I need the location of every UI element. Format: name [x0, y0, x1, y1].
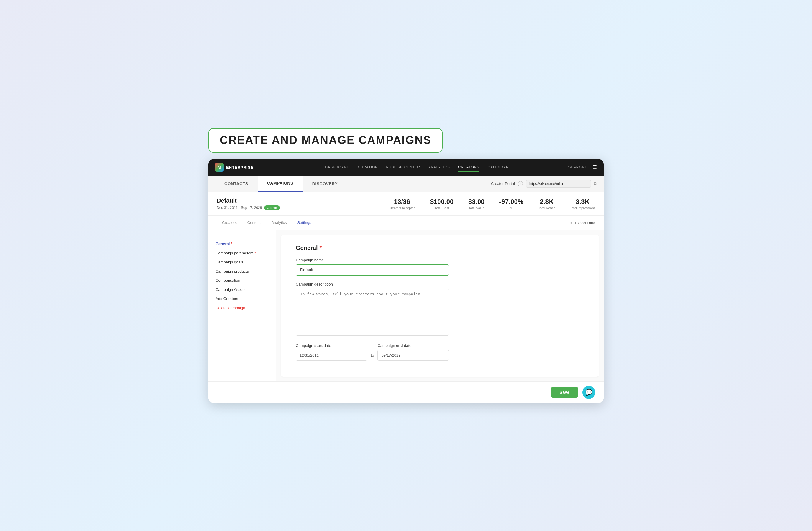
stat-label-total-reach: Total Reach [538, 206, 555, 210]
nav-link-dashboard[interactable]: DASHBOARD [325, 164, 349, 171]
save-btn-area: Save 💬 [208, 382, 604, 403]
sidebar-item-general[interactable]: General * [216, 239, 269, 248]
start-date-input[interactable] [296, 350, 367, 361]
date-group: Campaign start date to Campaign end date [296, 343, 584, 361]
campaign-date-range: Dec 31, 2011 - Sep 17, 2029 [217, 206, 262, 210]
inner-tabs-bar: Creators Content Analytics Settings 🗎 Ex… [208, 216, 604, 230]
campaign-description-group: Campaign description [296, 282, 584, 337]
stat-total-cost: $100.00 Total Cost [430, 198, 454, 210]
stat-value-creators-accepted: 13/36 [389, 198, 416, 206]
section-title-text: General [296, 245, 318, 252]
hamburger-icon[interactable]: ☰ [592, 164, 597, 171]
nav-brand: ENTERPRISE [226, 165, 253, 170]
date-row: Campaign start date to Campaign end date [296, 343, 449, 361]
nav-links: DASHBOARD CURATION PUBLISH CENTER ANALYT… [265, 164, 568, 171]
date-separator: to [371, 347, 374, 358]
stat-value-total-reach: 2.8K [538, 198, 555, 206]
sidebar-item-delete-campaign[interactable]: Delete Campaign [216, 303, 269, 312]
start-date-wrap: Campaign start date [296, 343, 367, 361]
campaign-name-group: Campaign name [296, 258, 584, 275]
end-date-wrap: Campaign end date [377, 343, 449, 361]
tab-content[interactable]: Content [242, 216, 266, 230]
stat-label-roi: ROI [499, 206, 523, 210]
page-title: CREATE AND MANAGE CAMPAIGNS [220, 134, 431, 146]
section-required-star: * [319, 245, 322, 252]
export-data-label: Export Data [575, 221, 595, 225]
campaign-name: Default [217, 197, 280, 204]
top-nav: M ENTERPRISE DASHBOARD CURATION PUBLISH … [208, 159, 604, 175]
nav-support-link[interactable]: SUPPORT [568, 165, 587, 169]
creator-portal-area: Creator Portal ? ⧉ [491, 180, 597, 188]
sidebar-item-compensation[interactable]: Compensation [216, 276, 269, 285]
campaign-dates: Dec 31, 2011 - Sep 17, 2029 Active [217, 205, 280, 210]
stat-total-value: $3.00 Total Value [468, 198, 484, 210]
settings-sidebar: General * Campaign parameters * Campaign… [208, 230, 276, 382]
logo-icon: M [215, 163, 224, 172]
campaign-name-label: Campaign name [296, 258, 584, 262]
export-icon: 🗎 [569, 221, 573, 225]
stat-label-total-cost: Total Cost [430, 206, 454, 210]
copy-icon[interactable]: ⧉ [594, 181, 597, 186]
campaign-name-input[interactable] [296, 264, 449, 275]
stat-label-creators-accepted: Creators Accepted [389, 206, 416, 210]
stat-label-total-impressions: Total Impressions [570, 206, 595, 210]
campaign-stats: 13/36 Creators Accepted $100.00 Total Co… [389, 198, 595, 210]
main-content: General * Campaign parameters * Campaign… [208, 230, 604, 382]
tab-contacts[interactable]: CONTACTS [215, 175, 258, 192]
form-area: General * Campaign name Campaign descrip… [281, 235, 599, 377]
campaign-header: Default Dec 31, 2011 - Sep 17, 2029 Acti… [208, 192, 604, 216]
form-section-title: General * [296, 245, 584, 252]
sidebar-item-add-creators[interactable]: Add Creators [216, 294, 269, 303]
tab-campaigns[interactable]: CAMPAIGNS [258, 175, 303, 192]
stat-value-total-value: $3.00 [468, 198, 484, 206]
tab-discovery[interactable]: DISCOVERY [303, 175, 347, 192]
nav-right: SUPPORT ☰ [568, 164, 597, 171]
sub-tabs-bar: CONTACTS CAMPAIGNS DISCOVERY Creator Por… [208, 175, 604, 192]
required-star-params: * [255, 251, 256, 255]
stat-roi: -97.00% ROI [499, 198, 523, 210]
chat-icon: 💬 [585, 389, 593, 396]
stat-value-total-cost: $100.00 [430, 198, 454, 206]
sidebar-item-campaign-parameters[interactable]: Campaign parameters * [216, 248, 269, 258]
stat-value-roi: -97.00% [499, 198, 523, 206]
nav-logo: M ENTERPRISE [215, 163, 253, 172]
stat-label-total-value: Total Value [468, 206, 484, 210]
save-button[interactable]: Save [551, 387, 578, 398]
tab-settings[interactable]: Settings [292, 216, 316, 230]
nav-link-analytics[interactable]: ANALYTICS [429, 164, 450, 171]
chat-button[interactable]: 💬 [582, 386, 595, 399]
tab-analytics[interactable]: Analytics [266, 216, 292, 230]
stat-total-impressions: 3.3K Total Impressions [570, 198, 595, 210]
stat-creators-accepted: 13/36 Creators Accepted [389, 198, 416, 210]
nav-link-creators[interactable]: CREATORS [458, 164, 479, 171]
nav-link-publish-center[interactable]: PUBLISH CENTER [386, 164, 420, 171]
app-window: M ENTERPRISE DASHBOARD CURATION PUBLISH … [208, 159, 604, 403]
campaign-description-label: Campaign description [296, 282, 584, 286]
end-date-input[interactable] [377, 350, 449, 361]
status-badge: Active [264, 205, 280, 210]
inner-tabs: Creators Content Analytics Settings [217, 216, 316, 230]
page-title-box: CREATE AND MANAGE CAMPAIGNS [208, 128, 443, 153]
campaign-description-textarea[interactable] [296, 288, 449, 336]
stat-total-reach: 2.8K Total Reach [538, 198, 555, 210]
sidebar-item-campaign-assets[interactable]: Campaign Assets [216, 285, 269, 294]
creator-portal-url-input[interactable] [526, 180, 591, 188]
end-date-label: Campaign end date [377, 343, 449, 348]
stat-value-total-impressions: 3.3K [570, 198, 595, 206]
sub-tabs: CONTACTS CAMPAIGNS DISCOVERY [215, 175, 347, 192]
sidebar-item-campaign-products[interactable]: Campaign products [216, 267, 269, 276]
campaign-info: Default Dec 31, 2011 - Sep 17, 2029 Acti… [217, 197, 280, 210]
creator-portal-label: Creator Portal [491, 182, 515, 186]
nav-link-calendar[interactable]: CALENDAR [488, 164, 509, 171]
start-date-label: Campaign start date [296, 343, 367, 348]
nav-link-curation[interactable]: CURATION [358, 164, 378, 171]
help-icon[interactable]: ? [518, 181, 523, 186]
tab-creators[interactable]: Creators [217, 216, 242, 230]
export-data-button[interactable]: 🗎 Export Data [569, 221, 595, 225]
sidebar-item-campaign-goals[interactable]: Campaign goals [216, 258, 269, 267]
required-star-general: * [231, 242, 232, 246]
